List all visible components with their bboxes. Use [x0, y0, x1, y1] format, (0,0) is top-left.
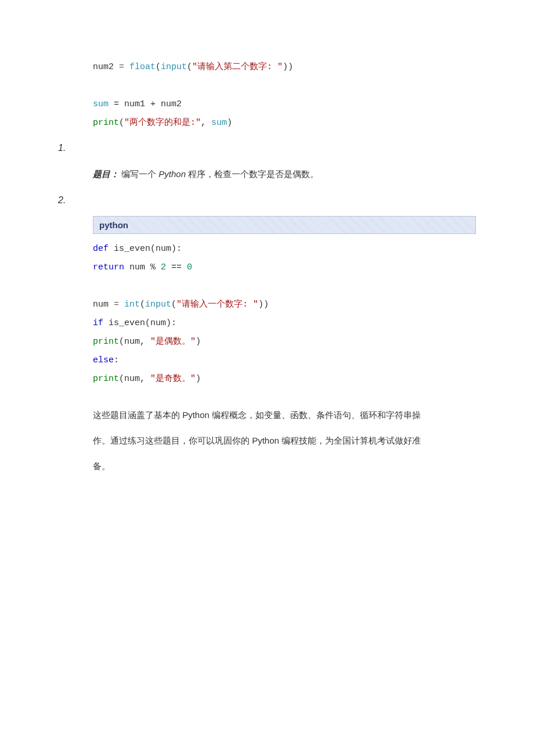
code-text: (num,	[119, 337, 150, 347]
document-page: num2 = float(input("请输入第二个数字: ")) sum = …	[0, 0, 534, 756]
code-keyword: sum	[93, 99, 109, 109]
code-keyword: sum	[211, 118, 227, 128]
code-keyword: input	[161, 62, 187, 72]
code-text: ))	[283, 62, 293, 72]
code-text: (	[171, 300, 176, 309]
code-line: sum = num1 + num2	[93, 95, 476, 114]
question-prompt: 题目： 编写一个 Python 程序，检查一个数字是否是偶数。	[93, 166, 476, 182]
code-line: return num % 2 == 0	[93, 258, 476, 277]
code-text: = num1 + num2	[109, 99, 182, 109]
code-line: print("两个数字的和是:", sum)	[93, 114, 476, 132]
code-line: num2 = float(input("请输入第二个数字: "))	[93, 58, 476, 77]
code-keyword: else	[93, 355, 114, 365]
code-text: )	[196, 337, 201, 347]
blank-line	[93, 277, 476, 296]
code-text: :	[114, 355, 119, 365]
code-number: 0	[187, 262, 192, 272]
code-string: "是奇数。"	[150, 374, 196, 384]
code-line: def is_even(num):	[93, 240, 476, 258]
prompt-label: 题目：	[93, 169, 119, 179]
code-string: "请输入第二个数字: "	[192, 62, 283, 72]
blank-line	[93, 77, 476, 95]
code-text: (	[140, 300, 145, 309]
python-word: Python	[158, 169, 188, 179]
code-string: "两个数字的和是:"	[124, 118, 201, 128]
python-word: Python	[252, 435, 282, 445]
footer-text: 编程技能，为全国计算机考试做好准	[282, 435, 421, 445]
code-line: if is_even(num):	[93, 314, 476, 333]
code-text: num2	[93, 62, 119, 72]
code-string: "请输入一个数字: "	[176, 300, 258, 309]
footer-text: 作。通过练习这些题目，你可以巩固你的	[93, 435, 252, 445]
code-language-header: python	[93, 216, 476, 234]
code-keyword: input	[145, 300, 171, 309]
code-text: num %	[124, 262, 161, 272]
code-text: (	[187, 62, 192, 72]
code-number: 2	[161, 262, 166, 272]
code-text: num	[93, 300, 114, 309]
code-text: =	[119, 62, 129, 72]
code-keyword: int	[124, 300, 140, 309]
code-text: (	[119, 118, 124, 128]
footer-paragraph: 这些题目涵盖了基本的 Python 编程概念，如变量、函数、条件语句、循环和字符…	[93, 402, 476, 479]
code-block-1: num2 = float(input("请输入第二个数字: ")) sum = …	[58, 58, 476, 132]
code-text: is_even(num):	[103, 318, 176, 328]
code-text: )	[196, 374, 201, 384]
footer-text: 备。	[93, 461, 110, 471]
prompt-text: 程序，检查一个数字是否是偶数。	[188, 169, 319, 179]
list-number-2: 2.	[58, 195, 476, 206]
code-string: "是偶数。"	[150, 337, 196, 347]
code-text: is_even(num):	[109, 244, 182, 254]
code-text: (	[156, 62, 161, 72]
code-text: ==	[166, 262, 187, 272]
code-line: print(num, "是偶数。")	[93, 333, 476, 351]
code-line: else:	[93, 351, 476, 370]
code-line: num = int(input("请输入一个数字: "))	[93, 296, 476, 314]
footer-text: 这些题目涵盖了基本的	[93, 410, 182, 420]
code-line: print(num, "是奇数。")	[93, 370, 476, 388]
code-keyword: print	[93, 374, 119, 384]
code-keyword: def	[93, 244, 109, 254]
prompt-text: 编写一个	[119, 169, 158, 179]
footer-text: 编程概念，如变量、函数、条件语句、循环和字符串操	[212, 410, 421, 420]
code-keyword: return	[93, 262, 124, 272]
code-text: =	[114, 300, 124, 309]
code-text: ))	[258, 300, 269, 309]
code-keyword: float	[129, 62, 156, 72]
list-number-1: 1.	[58, 143, 476, 153]
code-text: (num,	[119, 374, 150, 384]
code-block-2: def is_even(num): return num % 2 == 0 nu…	[58, 240, 476, 388]
python-word: Python	[182, 410, 212, 420]
code-text: )	[227, 118, 232, 128]
code-keyword: print	[93, 337, 119, 347]
code-keyword: print	[93, 118, 119, 128]
code-keyword: if	[93, 318, 103, 328]
code-text: ,	[201, 118, 211, 128]
